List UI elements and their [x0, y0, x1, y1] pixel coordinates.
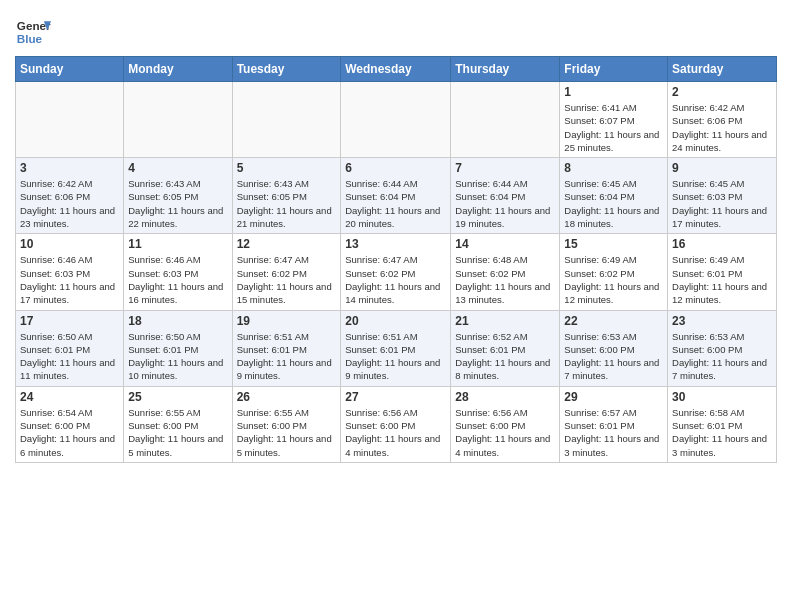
day-number: 10	[20, 237, 119, 251]
weekday-header-thursday: Thursday	[451, 57, 560, 82]
calendar-cell: 20Sunrise: 6:51 AM Sunset: 6:01 PM Dayli…	[341, 310, 451, 386]
calendar-cell	[124, 82, 232, 158]
calendar: SundayMondayTuesdayWednesdayThursdayFrid…	[15, 56, 777, 463]
day-number: 6	[345, 161, 446, 175]
calendar-cell: 18Sunrise: 6:50 AM Sunset: 6:01 PM Dayli…	[124, 310, 232, 386]
day-info: Sunrise: 6:51 AM Sunset: 6:01 PM Dayligh…	[345, 330, 446, 383]
logo: General Blue	[15, 14, 53, 50]
day-number: 9	[672, 161, 772, 175]
day-number: 12	[237, 237, 337, 251]
calendar-cell: 9Sunrise: 6:45 AM Sunset: 6:03 PM Daylig…	[668, 158, 777, 234]
calendar-cell: 8Sunrise: 6:45 AM Sunset: 6:04 PM Daylig…	[560, 158, 668, 234]
day-number: 8	[564, 161, 663, 175]
day-number: 30	[672, 390, 772, 404]
day-info: Sunrise: 6:50 AM Sunset: 6:01 PM Dayligh…	[128, 330, 227, 383]
day-number: 15	[564, 237, 663, 251]
calendar-cell: 17Sunrise: 6:50 AM Sunset: 6:01 PM Dayli…	[16, 310, 124, 386]
calendar-week-1: 1Sunrise: 6:41 AM Sunset: 6:07 PM Daylig…	[16, 82, 777, 158]
calendar-cell: 24Sunrise: 6:54 AM Sunset: 6:00 PM Dayli…	[16, 386, 124, 462]
day-info: Sunrise: 6:45 AM Sunset: 6:03 PM Dayligh…	[672, 177, 772, 230]
day-info: Sunrise: 6:49 AM Sunset: 6:02 PM Dayligh…	[564, 253, 663, 306]
calendar-week-4: 17Sunrise: 6:50 AM Sunset: 6:01 PM Dayli…	[16, 310, 777, 386]
day-info: Sunrise: 6:46 AM Sunset: 6:03 PM Dayligh…	[20, 253, 119, 306]
day-number: 25	[128, 390, 227, 404]
calendar-cell	[16, 82, 124, 158]
day-info: Sunrise: 6:54 AM Sunset: 6:00 PM Dayligh…	[20, 406, 119, 459]
day-info: Sunrise: 6:53 AM Sunset: 6:00 PM Dayligh…	[672, 330, 772, 383]
calendar-cell: 23Sunrise: 6:53 AM Sunset: 6:00 PM Dayli…	[668, 310, 777, 386]
calendar-cell	[232, 82, 341, 158]
weekday-header-wednesday: Wednesday	[341, 57, 451, 82]
calendar-cell: 11Sunrise: 6:46 AM Sunset: 6:03 PM Dayli…	[124, 234, 232, 310]
day-number: 2	[672, 85, 772, 99]
day-number: 20	[345, 314, 446, 328]
calendar-cell	[451, 82, 560, 158]
calendar-cell: 30Sunrise: 6:58 AM Sunset: 6:01 PM Dayli…	[668, 386, 777, 462]
calendar-cell: 1Sunrise: 6:41 AM Sunset: 6:07 PM Daylig…	[560, 82, 668, 158]
day-info: Sunrise: 6:50 AM Sunset: 6:01 PM Dayligh…	[20, 330, 119, 383]
calendar-cell: 27Sunrise: 6:56 AM Sunset: 6:00 PM Dayli…	[341, 386, 451, 462]
day-number: 13	[345, 237, 446, 251]
day-info: Sunrise: 6:47 AM Sunset: 6:02 PM Dayligh…	[237, 253, 337, 306]
day-number: 22	[564, 314, 663, 328]
calendar-cell: 15Sunrise: 6:49 AM Sunset: 6:02 PM Dayli…	[560, 234, 668, 310]
day-number: 1	[564, 85, 663, 99]
header: General Blue	[15, 10, 777, 50]
weekday-header-sunday: Sunday	[16, 57, 124, 82]
calendar-week-2: 3Sunrise: 6:42 AM Sunset: 6:06 PM Daylig…	[16, 158, 777, 234]
day-info: Sunrise: 6:55 AM Sunset: 6:00 PM Dayligh…	[237, 406, 337, 459]
calendar-cell: 16Sunrise: 6:49 AM Sunset: 6:01 PM Dayli…	[668, 234, 777, 310]
calendar-cell: 14Sunrise: 6:48 AM Sunset: 6:02 PM Dayli…	[451, 234, 560, 310]
weekday-header-friday: Friday	[560, 57, 668, 82]
calendar-cell: 5Sunrise: 6:43 AM Sunset: 6:05 PM Daylig…	[232, 158, 341, 234]
day-number: 19	[237, 314, 337, 328]
day-number: 7	[455, 161, 555, 175]
svg-text:Blue: Blue	[17, 32, 43, 45]
calendar-cell: 26Sunrise: 6:55 AM Sunset: 6:00 PM Dayli…	[232, 386, 341, 462]
day-info: Sunrise: 6:43 AM Sunset: 6:05 PM Dayligh…	[128, 177, 227, 230]
day-info: Sunrise: 6:51 AM Sunset: 6:01 PM Dayligh…	[237, 330, 337, 383]
calendar-cell: 6Sunrise: 6:44 AM Sunset: 6:04 PM Daylig…	[341, 158, 451, 234]
day-info: Sunrise: 6:47 AM Sunset: 6:02 PM Dayligh…	[345, 253, 446, 306]
calendar-cell: 29Sunrise: 6:57 AM Sunset: 6:01 PM Dayli…	[560, 386, 668, 462]
day-info: Sunrise: 6:58 AM Sunset: 6:01 PM Dayligh…	[672, 406, 772, 459]
day-info: Sunrise: 6:56 AM Sunset: 6:00 PM Dayligh…	[455, 406, 555, 459]
day-number: 16	[672, 237, 772, 251]
logo-icon: General Blue	[15, 14, 51, 50]
day-number: 27	[345, 390, 446, 404]
day-info: Sunrise: 6:45 AM Sunset: 6:04 PM Dayligh…	[564, 177, 663, 230]
day-info: Sunrise: 6:57 AM Sunset: 6:01 PM Dayligh…	[564, 406, 663, 459]
day-info: Sunrise: 6:53 AM Sunset: 6:00 PM Dayligh…	[564, 330, 663, 383]
day-info: Sunrise: 6:44 AM Sunset: 6:04 PM Dayligh…	[345, 177, 446, 230]
day-info: Sunrise: 6:48 AM Sunset: 6:02 PM Dayligh…	[455, 253, 555, 306]
day-number: 28	[455, 390, 555, 404]
calendar-cell: 7Sunrise: 6:44 AM Sunset: 6:04 PM Daylig…	[451, 158, 560, 234]
calendar-cell: 12Sunrise: 6:47 AM Sunset: 6:02 PM Dayli…	[232, 234, 341, 310]
calendar-cell: 10Sunrise: 6:46 AM Sunset: 6:03 PM Dayli…	[16, 234, 124, 310]
day-info: Sunrise: 6:41 AM Sunset: 6:07 PM Dayligh…	[564, 101, 663, 154]
calendar-cell: 19Sunrise: 6:51 AM Sunset: 6:01 PM Dayli…	[232, 310, 341, 386]
calendar-cell	[341, 82, 451, 158]
day-info: Sunrise: 6:42 AM Sunset: 6:06 PM Dayligh…	[20, 177, 119, 230]
calendar-week-3: 10Sunrise: 6:46 AM Sunset: 6:03 PM Dayli…	[16, 234, 777, 310]
day-number: 17	[20, 314, 119, 328]
weekday-header-tuesday: Tuesday	[232, 57, 341, 82]
day-info: Sunrise: 6:44 AM Sunset: 6:04 PM Dayligh…	[455, 177, 555, 230]
day-info: Sunrise: 6:42 AM Sunset: 6:06 PM Dayligh…	[672, 101, 772, 154]
day-number: 18	[128, 314, 227, 328]
day-number: 23	[672, 314, 772, 328]
day-info: Sunrise: 6:43 AM Sunset: 6:05 PM Dayligh…	[237, 177, 337, 230]
weekday-header-saturday: Saturday	[668, 57, 777, 82]
calendar-cell: 25Sunrise: 6:55 AM Sunset: 6:00 PM Dayli…	[124, 386, 232, 462]
calendar-cell: 28Sunrise: 6:56 AM Sunset: 6:00 PM Dayli…	[451, 386, 560, 462]
calendar-cell: 22Sunrise: 6:53 AM Sunset: 6:00 PM Dayli…	[560, 310, 668, 386]
day-number: 24	[20, 390, 119, 404]
day-number: 29	[564, 390, 663, 404]
weekday-header-monday: Monday	[124, 57, 232, 82]
calendar-cell: 3Sunrise: 6:42 AM Sunset: 6:06 PM Daylig…	[16, 158, 124, 234]
calendar-cell: 2Sunrise: 6:42 AM Sunset: 6:06 PM Daylig…	[668, 82, 777, 158]
day-info: Sunrise: 6:46 AM Sunset: 6:03 PM Dayligh…	[128, 253, 227, 306]
day-number: 5	[237, 161, 337, 175]
day-number: 14	[455, 237, 555, 251]
day-number: 4	[128, 161, 227, 175]
